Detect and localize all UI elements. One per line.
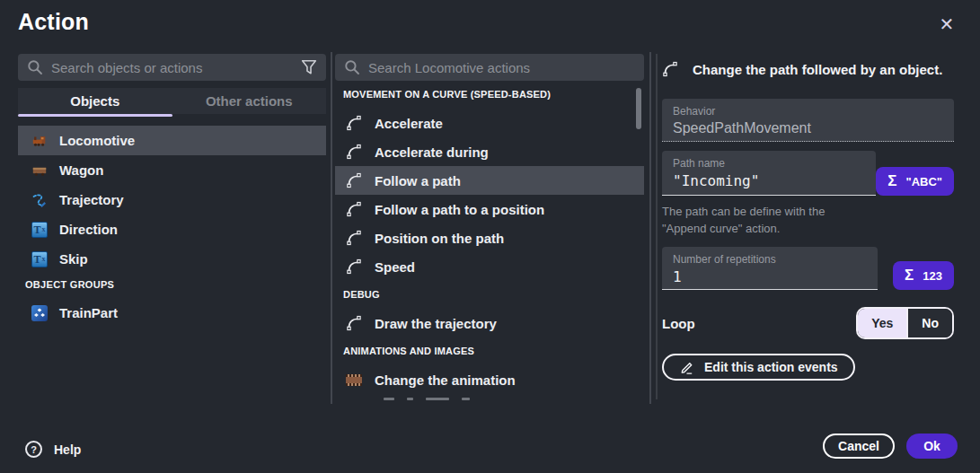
action-description-row: Change the path followed by an object. xyxy=(662,61,942,77)
action-label: Accelerate during xyxy=(375,145,489,160)
curve-icon xyxy=(346,144,362,160)
string-expression-button[interactable]: Σ "ABC" xyxy=(876,167,954,196)
action-row-accelerate-during[interactable]: Accelerate during xyxy=(335,137,644,166)
section-header: MOVEMENT ON A CURVE (SPEED-BASED) xyxy=(335,81,644,109)
pencil-icon xyxy=(679,360,694,375)
curve-icon xyxy=(346,115,362,131)
object-row-wagon[interactable]: Wagon xyxy=(18,155,326,185)
object-label: Wagon xyxy=(59,162,103,178)
close-icon[interactable]: ✕ xyxy=(933,11,960,38)
edit-action-events-label: Edit this action events xyxy=(704,360,838,374)
action-label: Follow a path xyxy=(375,173,461,188)
behavior-field-value: SpeedPathMovement xyxy=(673,120,943,136)
sigma-icon: Σ xyxy=(887,172,896,190)
locomotive-icon xyxy=(31,133,48,149)
actions-panel: MOVEMENT ON A CURVE (SPEED-BASED) Accele… xyxy=(335,54,644,404)
panel-divider-right xyxy=(649,52,651,404)
actions-scrollbar-thumb[interactable] xyxy=(636,88,641,129)
dialog-title: Action xyxy=(18,9,89,35)
loop-label: Loop xyxy=(662,316,695,331)
action-row-change-the-animation[interactable]: Change the animation xyxy=(335,365,644,394)
object-row-trajectory[interactable]: Trajectory xyxy=(18,185,326,215)
tab-objects-label: Objects xyxy=(70,93,119,109)
path-helper-line1: The path can be define with the xyxy=(662,203,896,220)
filter-icon[interactable] xyxy=(301,59,317,75)
object-group-icon xyxy=(31,305,48,321)
object-list: Locomotive Wagon Trajectory Tx Direction… xyxy=(18,126,326,328)
animation-icon xyxy=(346,374,362,386)
path-helper-line2: "Append curve" action. xyxy=(662,220,896,237)
help-label: Help xyxy=(54,442,81,457)
action-label: Position on the path xyxy=(375,231,504,246)
loop-toggle: Yes No xyxy=(856,307,954,339)
action-description: Change the path followed by an object. xyxy=(693,62,942,77)
object-tabs: Objects Other actions xyxy=(18,88,326,114)
parameters-panel: Change the path followed by an object. B… xyxy=(662,54,954,406)
object-label: Trajectory xyxy=(59,192,124,207)
objects-panel: Objects Other actions Locomotive Wagon T… xyxy=(18,54,326,404)
action-row-speed[interactable]: Speed xyxy=(335,252,644,281)
action-row-follow-a-path[interactable]: Follow a path xyxy=(335,166,644,195)
actions-list: MOVEMENT ON A CURVE (SPEED-BASED) Accele… xyxy=(335,81,644,404)
path-name-label: Path name xyxy=(673,157,865,170)
objects-search[interactable] xyxy=(18,54,326,81)
object-label: TrainPart xyxy=(59,305,118,320)
curve-icon xyxy=(662,61,678,77)
text-object-icon: Tx xyxy=(31,222,48,238)
loop-row: Loop Yes No xyxy=(662,307,954,339)
help-button[interactable]: ? Help xyxy=(25,441,81,458)
object-label: Locomotive xyxy=(59,133,135,148)
footer-buttons: Cancel Ok xyxy=(823,434,958,459)
help-icon: ? xyxy=(25,441,42,458)
curve-icon xyxy=(346,258,362,275)
text-object-icon: Tx xyxy=(31,251,48,267)
objects-search-input[interactable] xyxy=(51,60,293,75)
action-label: Follow a path to a position xyxy=(375,202,544,217)
search-icon xyxy=(27,59,43,75)
ok-button[interactable]: Ok xyxy=(906,434,958,459)
action-label: Speed xyxy=(375,259,415,275)
string-expression-button-label: "ABC" xyxy=(906,175,943,188)
sigma-icon: Σ xyxy=(905,267,914,285)
path-name-value[interactable]: "Incoming" xyxy=(673,172,865,189)
edit-action-events-button[interactable]: Edit this action events xyxy=(662,354,855,381)
right-panel-scrollbar[interactable] xyxy=(656,54,658,399)
action-row-follow-a-path-to-a-position[interactable]: Follow a path to a position xyxy=(335,195,644,223)
action-label: Accelerate xyxy=(375,116,443,131)
curve-icon xyxy=(346,315,362,331)
path-helper-text: The path can be define with the "Append … xyxy=(662,203,896,237)
repetitions-field[interactable]: Number of repetitions 1 xyxy=(662,247,878,290)
repetitions-label: Number of repetitions xyxy=(673,253,867,266)
panel-divider-left xyxy=(331,52,332,404)
repetitions-value[interactable]: 1 xyxy=(673,268,867,285)
loop-yes-label: Yes xyxy=(871,316,893,330)
actions-search[interactable] xyxy=(335,54,644,81)
loop-no-button[interactable]: No xyxy=(906,309,952,337)
action-row-position-on-the-path[interactable]: Position on the path xyxy=(335,223,644,252)
action-label: Change the animation xyxy=(375,372,516,388)
action-row-accelerate[interactable]: Accelerate xyxy=(335,109,644,137)
object-row-direction[interactable]: Tx Direction xyxy=(18,215,326,244)
object-row-locomotive[interactable]: Locomotive xyxy=(18,126,326,155)
loop-yes-button[interactable]: Yes xyxy=(858,309,906,337)
tab-other-actions[interactable]: Other actions xyxy=(172,88,327,114)
number-expression-button-label: 123 xyxy=(923,269,942,283)
tab-other-actions-label: Other actions xyxy=(206,93,293,109)
behavior-field-label: Behavior xyxy=(673,105,943,118)
cancel-button[interactable]: Cancel xyxy=(823,434,895,459)
actions-search-input[interactable] xyxy=(368,60,635,75)
object-row-skip[interactable]: Tx Skip xyxy=(18,244,326,274)
behavior-field: Behavior SpeedPathMovement xyxy=(662,99,954,142)
object-groups-header: OBJECT GROUPS xyxy=(18,274,326,298)
tab-objects[interactable]: Objects xyxy=(18,88,172,114)
number-expression-button[interactable]: Σ 123 xyxy=(893,261,954,290)
object-label: Skip xyxy=(59,251,88,267)
action-row-draw-the-trajectory[interactable]: Draw the trajectory xyxy=(335,309,644,337)
curve-icon xyxy=(346,172,362,188)
object-row-trainpart[interactable]: TrainPart xyxy=(18,298,326,328)
action-row-partially-visible[interactable] xyxy=(335,394,644,404)
curve-icon xyxy=(346,201,362,217)
object-label: Direction xyxy=(59,222,118,237)
search-icon xyxy=(344,59,360,75)
path-name-field[interactable]: Path name "Incoming" xyxy=(662,151,876,196)
